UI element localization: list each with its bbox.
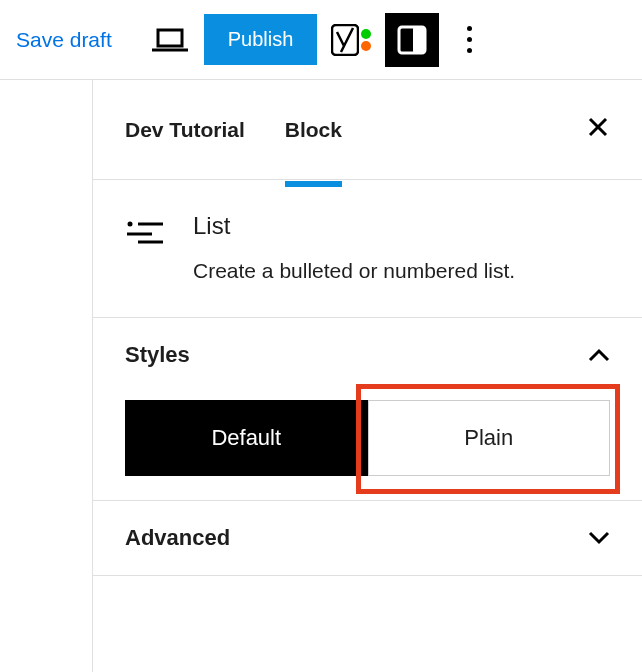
- styles-options: Default Plain: [125, 400, 610, 476]
- styles-section-header[interactable]: Styles: [125, 342, 610, 368]
- editor-toolbar: Save draft Publish: [0, 0, 642, 80]
- sidebar-tabs: Dev Tutorial Block: [93, 80, 642, 180]
- more-dot-icon: [467, 37, 472, 42]
- yoast-icon[interactable]: [329, 18, 373, 62]
- svg-rect-4: [413, 27, 425, 53]
- editor-canvas-gutter: [0, 80, 93, 672]
- block-info-panel: List Create a bulleted or numbered list.: [93, 180, 642, 318]
- svg-rect-2: [332, 25, 358, 55]
- close-sidebar-button[interactable]: [586, 114, 610, 146]
- block-text: List Create a bulleted or numbered list.: [193, 212, 515, 285]
- advanced-section-header[interactable]: Advanced: [125, 525, 610, 551]
- styles-section: Styles Default Plain: [93, 318, 642, 501]
- list-block-icon: [125, 212, 165, 252]
- more-dot-icon: [467, 48, 472, 53]
- style-plain-button[interactable]: Plain: [368, 400, 611, 476]
- tab-dev-tutorial[interactable]: Dev Tutorial: [125, 106, 245, 154]
- dot-orange-icon: [361, 41, 371, 51]
- dot-green-icon: [361, 29, 371, 39]
- yoast-status-dots: [361, 29, 371, 51]
- sidebar-toggle-button[interactable]: [385, 13, 439, 67]
- advanced-section-title: Advanced: [125, 525, 230, 551]
- close-icon: [586, 115, 610, 139]
- block-title: List: [193, 212, 515, 240]
- svg-rect-0: [158, 30, 182, 46]
- advanced-section: Advanced: [93, 501, 642, 576]
- more-dot-icon: [467, 26, 472, 31]
- chevron-down-icon: [588, 531, 610, 545]
- panel-icon: [396, 24, 428, 56]
- laptop-icon: [152, 28, 188, 52]
- yoast-logo-icon: [331, 24, 359, 56]
- chevron-up-icon: [588, 348, 610, 362]
- publish-button[interactable]: Publish: [204, 14, 318, 65]
- style-default-button[interactable]: Default: [125, 400, 368, 476]
- styles-section-title: Styles: [125, 342, 190, 368]
- save-draft-link[interactable]: Save draft: [16, 28, 112, 52]
- preview-icon[interactable]: [148, 18, 192, 62]
- svg-point-7: [128, 222, 133, 227]
- tab-block[interactable]: Block: [285, 106, 342, 154]
- block-description: Create a bulleted or numbered list.: [193, 256, 515, 285]
- content-area: Dev Tutorial Block List Create: [0, 80, 642, 672]
- more-options-button[interactable]: [451, 18, 488, 61]
- settings-sidebar: Dev Tutorial Block List Create: [93, 80, 642, 672]
